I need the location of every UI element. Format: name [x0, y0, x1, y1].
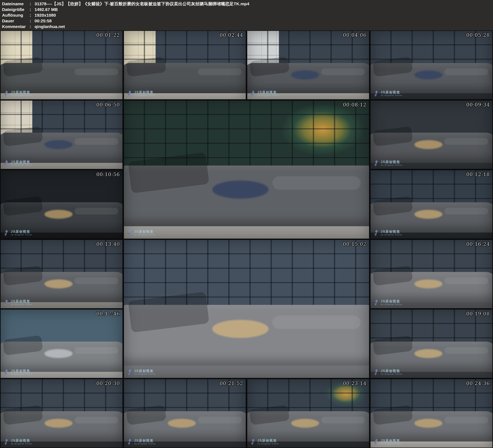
frame-timestamp: 00:01:22: [96, 32, 120, 38]
scene-couch: [0, 63, 123, 93]
scene-couch: [247, 63, 369, 93]
watermark-line2: JS Original Vision: [257, 95, 279, 96]
watermark-line2: JS Original Vision: [134, 95, 156, 96]
scene-accent: [291, 70, 319, 79]
js-swirl-logo-icon: [374, 90, 379, 97]
js-swirl-logo-icon: [374, 230, 379, 236]
watermark-text: JS原创视觉JS Original Vision: [381, 160, 403, 166]
watermark-line2: JS Original Vision: [134, 443, 156, 445]
scene-cabinet: [0, 31, 32, 68]
watermark: JS原创视觉JS Original Vision: [127, 90, 156, 97]
watermark-line2: JS Original Vision: [381, 164, 403, 166]
meta-label: Dateigröße: [2, 7, 30, 12]
scene-couch: [124, 411, 246, 441]
watermark: JS原创视觉JS Original Vision: [127, 439, 156, 445]
watermark-line2: JS Original Vision: [381, 234, 403, 236]
frame-timestamp: 00:21:52: [220, 381, 243, 386]
watermark-line1: JS原创视觉: [11, 300, 33, 303]
js-swirl-logo-icon: [374, 299, 379, 306]
watermark-text: JS原创视觉JS Original Vision: [381, 439, 403, 445]
frame-timestamp: 00:19:08: [466, 311, 490, 317]
meta-label: Dauer: [2, 18, 30, 24]
scene-couch: [370, 342, 493, 372]
watermark-line1: JS原创视觉: [257, 439, 279, 443]
watermark-line2: JS Original Vision: [11, 373, 33, 375]
watermark-text: JS原创视觉JS Original Vision: [257, 91, 279, 96]
watermark-line1: JS原创视觉: [11, 230, 33, 234]
watermark-line2: JS Original Vision: [381, 373, 403, 375]
scene-accent: [45, 419, 73, 428]
contact-sheet-page: Dateiname : 31378----【JS】【欣妍】《女赌徒》下-被百般折…: [0, 0, 493, 448]
watermark-line2: JS Original Vision: [134, 373, 156, 375]
scene-couch: [370, 133, 493, 163]
watermark-text: JS原创视觉JS Original Vision: [134, 370, 156, 375]
watermark: JS原创视觉JS Original Vision: [4, 230, 33, 236]
scene-accent: [45, 140, 73, 149]
watermark: JS原创视觉JS Original Vision: [374, 230, 403, 236]
video-frame-thumbnail: 00:12:18JS原创视觉JS Original Vision: [370, 170, 493, 239]
watermark-line2: JS Original Vision: [381, 443, 403, 445]
watermark: JS原创视觉JS Original Vision: [4, 90, 33, 97]
watermark: JS原创视觉JS Original Vision: [4, 369, 33, 376]
frame-timestamp: 00:10:56: [96, 172, 120, 177]
watermark-line2: JS Original Vision: [11, 443, 33, 445]
scene-accent: [168, 419, 196, 428]
watermark-line2: JS Original Vision: [11, 234, 33, 236]
meta-value-filesize: 1492.67 MB: [34, 7, 493, 12]
watermark-line2: JS Original Vision: [381, 304, 403, 305]
js-swirl-logo-icon: [4, 160, 9, 167]
scene-art-blur: [281, 103, 364, 156]
scene-couch: [370, 411, 493, 441]
thumbnail-grid: 00:01:22JS原创视觉JS Original Vision00:02:44…: [0, 31, 493, 448]
watermark-line1: JS原创视觉: [11, 91, 33, 94]
watermark: JS原创视觉JS Original Vision: [374, 369, 403, 376]
meta-separator: :: [30, 7, 34, 12]
video-frame-thumbnail: 00:08:12JS原创视觉JS Original Vision: [124, 101, 369, 239]
scene-accent: [45, 210, 73, 219]
scene-accent: [415, 70, 442, 79]
scene-accent: [212, 180, 269, 198]
video-frame-thumbnail: 00:19:08JS原创视觉JS Original Vision: [370, 310, 493, 378]
watermark: JS原创视觉JS Original Vision: [374, 90, 403, 97]
meta-separator: :: [30, 1, 34, 7]
watermark-text: JS原创视觉JS Original Vision: [134, 439, 156, 445]
watermark: JS原创视觉JS Original Vision: [374, 160, 403, 167]
watermark-line1: JS原创视觉: [134, 439, 156, 443]
watermark-line1: JS原创视觉: [381, 370, 403, 373]
watermark-line2: JS Original Vision: [134, 234, 156, 236]
watermark-text: JS原创视觉JS Original Vision: [134, 230, 156, 236]
frame-timestamp: 00:05:28: [466, 32, 490, 38]
watermark-line1: JS原创视觉: [381, 91, 403, 94]
video-frame-thumbnail: 00:23:14JS原创视觉JS Original Vision: [247, 379, 369, 448]
watermark-line1: JS原创视觉: [11, 160, 33, 164]
js-swirl-logo-icon: [127, 230, 133, 236]
scene-shelf-grid: [124, 240, 369, 313]
watermark: JS原创视觉JS Original Vision: [374, 299, 403, 306]
frame-timestamp: 00:20:30: [96, 381, 120, 386]
meta-row-duration: Dauer : 00:25:58: [2, 18, 493, 24]
scene-accent: [415, 349, 442, 358]
meta-row-resolution: Auflösung : 1920x1080: [2, 12, 493, 18]
watermark: JS原创视觉JS Original Vision: [127, 369, 156, 376]
watermark: JS原创视觉JS Original Vision: [4, 299, 33, 306]
watermark-text: JS原创视觉JS Original Vision: [11, 439, 33, 445]
watermark-text: JS原创视觉JS Original Vision: [11, 91, 33, 96]
frame-timestamp: 00:16:24: [466, 241, 490, 247]
video-frame-thumbnail: 00:20:30JS原创视觉JS Original Vision: [0, 379, 123, 448]
watermark-text: JS原创视觉JS Original Vision: [257, 439, 279, 445]
video-frame-thumbnail: 00:21:52JS原创视觉JS Original Vision: [124, 379, 246, 448]
scene-accent: [415, 280, 442, 288]
js-swirl-logo-icon: [4, 299, 9, 306]
watermark: JS原创视觉JS Original Vision: [127, 230, 156, 236]
watermark: JS原创视觉JS Original Vision: [250, 439, 279, 445]
scene-couch: [124, 166, 369, 226]
video-frame-thumbnail: 00:10:56JS原创视觉JS Original Vision: [0, 170, 123, 239]
file-info-header: Dateiname : 31378----【JS】【欣妍】《女赌徒》下-被百般折…: [0, 0, 493, 31]
meta-separator: :: [30, 24, 34, 29]
watermark-line2: JS Original Vision: [381, 95, 403, 96]
watermark-text: JS原创视觉JS Original Vision: [11, 300, 33, 305]
watermark: JS原创视觉JS Original Vision: [250, 90, 279, 97]
video-frame-thumbnail: 00:15:02JS原创视觉JS Original Vision: [124, 240, 369, 378]
watermark-text: JS原创视觉JS Original Vision: [134, 91, 156, 96]
js-swirl-logo-icon: [4, 439, 9, 445]
